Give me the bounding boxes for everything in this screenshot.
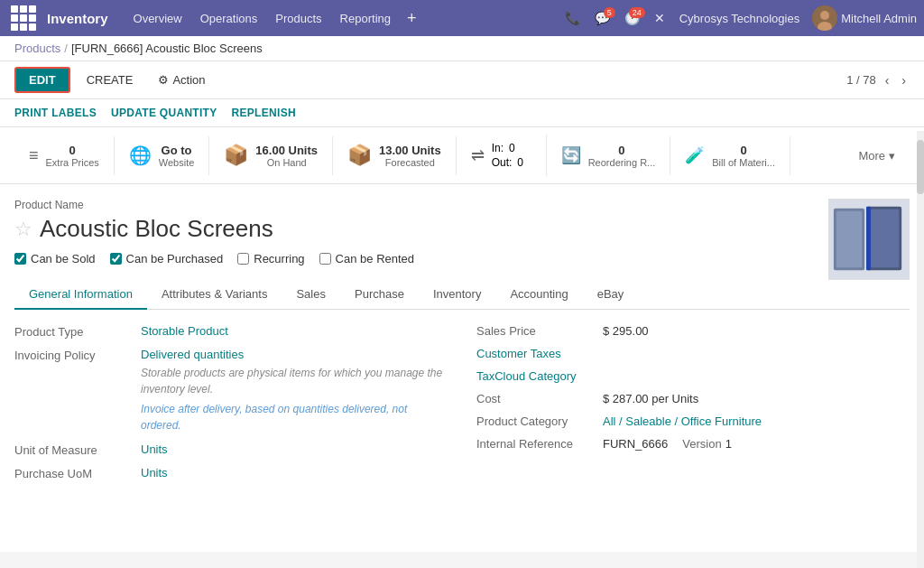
edit-button[interactable]: EDIT [14,67,70,93]
sales-price-value: $ 295.00 [603,324,649,338]
extra-prices-button[interactable]: ≡ 0 Extra Prices [14,136,115,175]
invoicing-note-2: Invoice after delivery, based on quantit… [141,401,448,433]
reordering-button[interactable]: 🔄 0 Reordering R... [547,136,671,175]
phone-icon[interactable]: 📞 [559,11,586,25]
invoicing-note-1: Storable products are physical items for… [141,365,448,397]
add-menu-button[interactable]: + [402,9,422,28]
pager-next[interactable]: › [898,71,910,89]
product-tabs: General Information Attributes & Variant… [14,280,910,310]
chat-icon[interactable]: 💬5 [589,11,615,25]
action-button[interactable]: ⚙ Action [149,69,214,91]
on-hand-button[interactable]: 📦 16.00 Units On Hand [209,136,333,175]
can-be-rented-checkbox[interactable]: Can be Rented [319,252,414,265]
tab-general-information[interactable]: General Information [14,280,147,310]
create-button[interactable]: CREATE [78,69,143,91]
internal-reference-label: Internal Reference [476,437,603,451]
taxcloud-label: TaxCloud Category [476,369,603,383]
on-hand-count: 16.00 Units [255,144,318,157]
uom-value[interactable]: Units [141,442,168,456]
reordering-label: Reordering R... [588,157,656,168]
company-name: Cybrosys Technologies [679,12,799,25]
record-pager: 1 / 78 ‹ › [846,71,910,89]
bom-icon: 🧪 [685,145,705,165]
settings-icon[interactable]: ✕ [649,11,670,25]
bom-count: 0 [712,144,775,157]
cost-label: Cost [476,392,603,405]
product-image [828,199,910,280]
svg-rect-7 [869,210,899,268]
nav-operations[interactable]: Operations [193,8,265,29]
on-hand-label: On Hand [255,157,318,168]
sales-price-field: Sales Price $ 295.00 [476,324,910,338]
product-category-label: Product Category [476,414,603,428]
breadcrumb-parent[interactable]: Products [14,42,60,55]
can-be-purchased-checkbox[interactable]: Can be Purchased [110,252,224,265]
favorite-star-icon[interactable]: ☆ [14,218,32,241]
top-navigation: Inventory Overview Operations Products R… [0,0,924,36]
nav-overview[interactable]: Overview [126,8,189,29]
cost-field: Cost $ 287.00 per Units [476,392,910,405]
tab-accounting[interactable]: Accounting [495,280,582,310]
pager-prev[interactable]: ‹ [882,71,893,89]
svg-rect-5 [836,211,862,268]
uom-label: Unit of Measure [14,442,141,457]
action-label: Action [172,73,205,87]
product-flags-row: Can be Sold Can be Purchased Recurring C… [14,252,828,265]
reordering-icon: 🔄 [561,145,581,165]
forecasted-icon: 📦 [347,144,372,167]
product-name-label: Product Name [14,199,828,211]
user-avatar[interactable] [812,5,837,31]
update-quantity-button[interactable]: UPDATE QUANTITY [111,103,217,123]
product-title-row: ☆ Acoustic Bloc Screens [14,215,828,243]
sales-price-label: Sales Price [476,324,603,338]
clock-icon[interactable]: 🕐24 [619,11,645,25]
more-chevron-icon: ▾ [889,149,895,163]
general-tab-content: Product Type Storable Product Invoicing … [14,310,910,504]
tab-inventory[interactable]: Inventory [419,280,495,310]
tab-purchase[interactable]: Purchase [340,280,419,310]
in-label: In: [492,142,504,154]
out-label: Out: [492,156,513,169]
svg-point-1 [820,11,829,20]
recurring-checkbox[interactable]: Recurring [237,252,304,265]
tab-left-panel: Product Type Storable Product Invoicing … [14,324,448,489]
forecasted-count: 13.00 Units [379,144,441,157]
tab-sales[interactable]: Sales [282,280,340,310]
purchase-uom-field: Purchase UoM Units [14,466,448,480]
apps-menu-button[interactable] [7,2,40,34]
tab-attributes-variants[interactable]: Attributes & Variants [147,280,282,310]
tab-ebay[interactable]: eBay [583,280,639,310]
main-content-area: Product Name ☆ Acoustic Bloc Screens Can… [0,184,924,552]
scrollbar-thumb[interactable] [917,184,924,194]
replenish-button[interactable]: REPLENISH [232,103,296,123]
website-button[interactable]: 🌐 Go to Website [115,136,210,175]
taxcloud-field: TaxCloud Category [476,369,910,383]
nav-reporting[interactable]: Reporting [333,8,398,29]
website-icon: 🌐 [129,144,152,166]
purchase-uom-value[interactable]: Units [141,466,168,480]
on-hand-icon: 📦 [224,144,248,167]
version-value: 1 [725,437,732,451]
can-be-sold-checkbox[interactable]: Can be Sold [14,252,96,265]
internal-reference-value: FURN_6666 [603,437,668,451]
scrollbar[interactable] [917,184,924,552]
out-value: 0 [517,156,523,169]
internal-reference-field: Internal Reference FURN_6666 Version 1 [476,437,910,451]
customer-taxes-field: Customer Taxes [476,347,910,360]
website-goto: Go to [159,144,195,157]
reordering-count: 0 [588,144,656,157]
forecasted-button[interactable]: 📦 13.00 Units Forecasted [333,136,457,175]
in-out-button[interactable]: ⇌ In: 0 Out: 0 [457,135,547,176]
action-buttons-row: PRINT LABELS UPDATE QUANTITY REPLENISH [0,99,924,127]
svg-rect-8 [866,207,871,270]
product-type-value[interactable]: Storable Product [141,324,228,338]
extra-prices-count: 0 [46,144,99,157]
nav-products[interactable]: Products [268,8,328,29]
invoicing-policy-label: Invoicing Policy [14,348,141,362]
print-labels-button[interactable]: PRINT LABELS [14,103,97,123]
invoicing-policy-value[interactable]: Delivered quantities [141,348,448,361]
forecasted-label: Forecasted [379,157,441,168]
more-button[interactable]: More ▾ [844,142,910,170]
bom-button[interactable]: 🧪 0 Bill of Materi... [670,136,790,175]
product-category-value[interactable]: All / Saleable / Office Furniture [603,414,762,428]
